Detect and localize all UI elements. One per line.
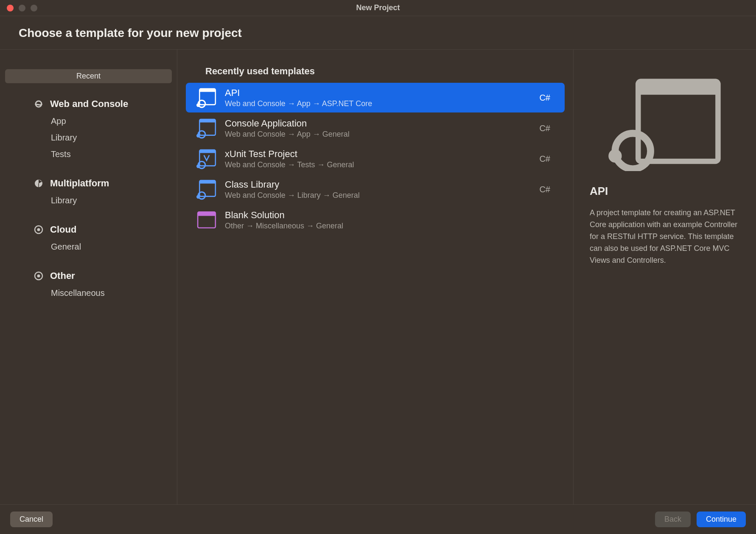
svg-point-13 (196, 134, 200, 138)
template-list-panel: Recently used templates APIWeb and Conso… (177, 50, 574, 504)
sidebar-item-tests[interactable]: Tests (0, 146, 177, 163)
sidebar-category-web-console[interactable]: Web and Console (0, 95, 177, 113)
template-path: Web and Console → Library → General (225, 191, 539, 200)
template-language: C# (539, 124, 554, 133)
content-area: Recent Web and Console App Library Tests… (0, 50, 756, 504)
window-controls (0, 5, 37, 11)
window-title: New Project (356, 3, 400, 12)
sidebar-category-cloud[interactable]: Cloud (0, 221, 177, 239)
back-button[interactable]: Back (655, 512, 691, 527)
template-large-icon (605, 73, 724, 171)
template-row[interactable]: Console ApplicationWeb and Console → App… (186, 113, 565, 143)
sidebar-item-general[interactable]: General (0, 239, 177, 255)
template-language: C# (539, 93, 554, 103)
sidebar-item-app[interactable]: App (0, 113, 177, 129)
sidebar-category-label: Other (50, 270, 75, 281)
template-title: xUnit Test Project (225, 149, 539, 160)
template-row[interactable]: Blank SolutionOther → Miscellaneous → Ge… (186, 205, 565, 235)
target-icon (33, 224, 44, 235)
sidebar-item-miscellaneous[interactable]: Miscellaneous (0, 285, 177, 301)
svg-point-27 (608, 149, 622, 163)
globe-icon (33, 98, 44, 110)
template-title: Console Application (225, 118, 539, 129)
target-icon (33, 270, 44, 281)
svg-point-21 (196, 195, 200, 199)
template-row[interactable]: xUnit Test ProjectWeb and Console → Test… (186, 144, 565, 174)
svg-rect-25 (638, 82, 718, 95)
details-title: API (590, 185, 740, 198)
svg-rect-19 (199, 180, 216, 183)
template-path: Web and Console → App → General (225, 130, 539, 139)
details-description: A project template for creating an ASP.N… (590, 207, 740, 266)
template-path: Other → Miscellaneous → General (225, 222, 550, 230)
svg-point-9 (196, 104, 200, 107)
template-icon (196, 118, 217, 139)
template-path: Web and Console → Tests → General (225, 160, 539, 169)
minimize-window-button[interactable] (19, 5, 25, 11)
template-list-heading: Recently used templates (186, 66, 565, 77)
svg-rect-23 (198, 212, 216, 216)
continue-button[interactable]: Continue (697, 512, 746, 527)
pie-icon (33, 178, 44, 189)
category-sidebar: Recent Web and Console App Library Tests… (0, 50, 177, 504)
sidebar-item-library-mp[interactable]: Library (0, 192, 177, 209)
dialog-header: Choose a template for your new project (0, 16, 756, 50)
cancel-button[interactable]: Cancel (10, 512, 53, 527)
sidebar-category-other[interactable]: Other (0, 267, 177, 285)
maximize-window-button[interactable] (31, 5, 37, 11)
sidebar-category-multiplatform[interactable]: Multiplatform (0, 174, 177, 192)
sidebar-item-library[interactable]: Library (0, 129, 177, 146)
template-icon (196, 87, 217, 108)
dialog-footer: Cancel Back Continue (0, 504, 756, 534)
template-language: C# (539, 185, 554, 194)
template-language: C# (539, 154, 554, 164)
svg-point-5 (37, 275, 40, 278)
titlebar: New Project (0, 0, 756, 16)
close-window-button[interactable] (7, 5, 14, 11)
sidebar-category-label: Multiplatform (50, 178, 109, 189)
template-icon (196, 209, 217, 230)
template-path: Web and Console → App → ASP.NET Core (225, 99, 539, 108)
svg-rect-7 (199, 89, 216, 92)
svg-point-17 (196, 165, 200, 168)
template-title: Class Library (225, 179, 539, 190)
page-title: Choose a template for your new project (19, 26, 737, 40)
svg-point-26 (615, 133, 651, 169)
template-title: API (225, 87, 539, 98)
template-row[interactable]: APIWeb and Console → App → ASP.NET CoreC… (186, 83, 565, 112)
sidebar-recent-button[interactable]: Recent (5, 69, 172, 83)
details-panel: API A project template for creating an A… (574, 50, 756, 504)
template-icon (196, 179, 217, 200)
svg-rect-15 (199, 150, 216, 153)
svg-rect-11 (199, 119, 216, 122)
template-row[interactable]: Class LibraryWeb and Console → Library →… (186, 174, 565, 204)
svg-point-3 (37, 228, 40, 231)
template-icon (196, 148, 217, 169)
template-title: Blank Solution (225, 210, 550, 221)
sidebar-category-label: Cloud (50, 224, 76, 235)
sidebar-category-label: Web and Console (50, 98, 128, 110)
